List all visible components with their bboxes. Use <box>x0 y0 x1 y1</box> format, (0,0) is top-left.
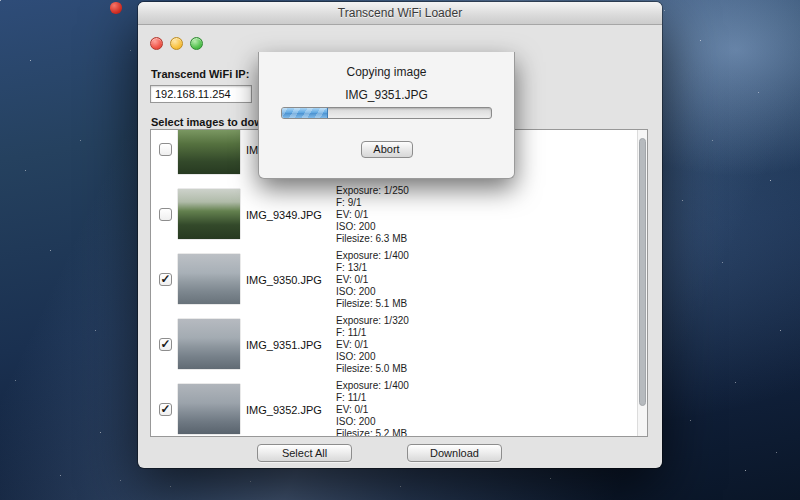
image-checkbox[interactable] <box>159 208 172 221</box>
exif-info: Exposure: 1/320 F: 11/1 EV: 0/1 ISO: 200… <box>336 315 409 375</box>
exif-f: F: 11/1 <box>336 392 409 404</box>
window-title: Transcend WiFi Loader <box>338 6 462 20</box>
image-checkbox[interactable] <box>159 143 172 156</box>
exif-exposure: Exposure: 1/250 <box>336 185 409 197</box>
exif-f: F: 9/1 <box>336 197 409 209</box>
abort-button[interactable]: Abort <box>361 141 413 158</box>
image-checkbox[interactable]: ✓ <box>159 273 172 286</box>
exif-exposure: Exposure: 1/400 <box>336 250 409 262</box>
thumbnail-image <box>178 254 240 304</box>
thumbnail-image <box>178 319 240 369</box>
exif-iso: ISO: 200 <box>336 286 409 298</box>
zoom-button[interactable] <box>190 37 203 50</box>
exif-f: F: 11/1 <box>336 327 409 339</box>
thumbnail-image <box>178 129 240 174</box>
exif-ev: EV: 0/1 <box>336 339 409 351</box>
exif-iso: ISO: 200 <box>336 221 409 233</box>
exif-info: Exposure: 1/250 F: 9/1 EV: 0/1 ISO: 200 … <box>336 185 409 245</box>
exif-info: Exposure: 1/400 F: 11/1 EV: 0/1 ISO: 200… <box>336 380 409 437</box>
exif-ev: EV: 0/1 <box>336 209 409 221</box>
scrollbar-thumb[interactable] <box>639 138 646 406</box>
image-filename: IMG_9349.JPG <box>246 209 322 221</box>
image-filename: IMG_9352.JPG <box>246 404 322 416</box>
exif-exposure: Exposure: 1/400 <box>336 380 409 392</box>
exif-filesize: Filesize: 5.2 MB <box>336 428 409 437</box>
dialog-filename: IMG_9351.JPG <box>259 88 514 102</box>
exif-ev: EV: 0/1 <box>336 274 409 286</box>
scrollbar-track <box>637 130 647 436</box>
progress-bar <box>281 107 492 119</box>
progress-fill <box>282 108 328 118</box>
download-button[interactable]: Download <box>407 444 502 462</box>
apple-icon[interactable] <box>110 2 122 14</box>
titlebar[interactable]: Transcend WiFi Loader <box>138 2 662 25</box>
dialog-title: Copying image <box>259 65 514 79</box>
starfield <box>0 0 1 1</box>
app-window: Transcend WiFi Loader Transcend WiFi IP:… <box>138 2 662 468</box>
exif-filesize: Filesize: 5.0 MB <box>336 363 409 375</box>
checkmark-icon: ✓ <box>160 273 171 285</box>
minimize-button[interactable] <box>170 37 183 50</box>
select-all-button[interactable]: Select All <box>257 444 352 462</box>
image-row: ✓ IMG_9352.JPG Exposure: 1/400 F: 11/1 E… <box>151 377 647 437</box>
image-row: ✓ IMG_9350.JPG Exposure: 1/400 F: 13/1 E… <box>151 247 647 312</box>
window-controls <box>150 37 203 50</box>
ip-label: Transcend WiFi IP: <box>151 68 249 80</box>
exif-ev: EV: 0/1 <box>336 404 409 416</box>
image-row: IMG_9349.JPG Exposure: 1/250 F: 9/1 EV: … <box>151 182 647 247</box>
image-filename: IMG_9351.JPG <box>246 339 322 351</box>
image-row: ✓ IMG_9351.JPG Exposure: 1/320 F: 11/1 E… <box>151 312 647 377</box>
exif-f: F: 13/1 <box>336 262 409 274</box>
image-checkbox[interactable]: ✓ <box>159 338 172 351</box>
copying-dialog: Copying image IMG_9351.JPG Abort <box>258 52 515 179</box>
checkmark-icon: ✓ <box>160 338 171 350</box>
image-filename: IMG_9350.JPG <box>246 274 322 286</box>
thumbnail-image <box>178 189 240 239</box>
exif-info: Exposure: 1/400 F: 13/1 EV: 0/1 ISO: 200… <box>336 250 409 310</box>
close-button[interactable] <box>150 37 163 50</box>
exif-iso: ISO: 200 <box>336 416 409 428</box>
ip-input[interactable] <box>150 85 252 103</box>
thumbnail-image <box>178 384 240 434</box>
exif-filesize: Filesize: 6.3 MB <box>336 233 409 245</box>
exif-exposure: Exposure: 1/320 <box>336 315 409 327</box>
exif-iso: ISO: 200 <box>336 351 409 363</box>
image-checkbox[interactable]: ✓ <box>159 403 172 416</box>
exif-filesize: Filesize: 5.1 MB <box>336 298 409 310</box>
checkmark-icon: ✓ <box>160 403 171 415</box>
